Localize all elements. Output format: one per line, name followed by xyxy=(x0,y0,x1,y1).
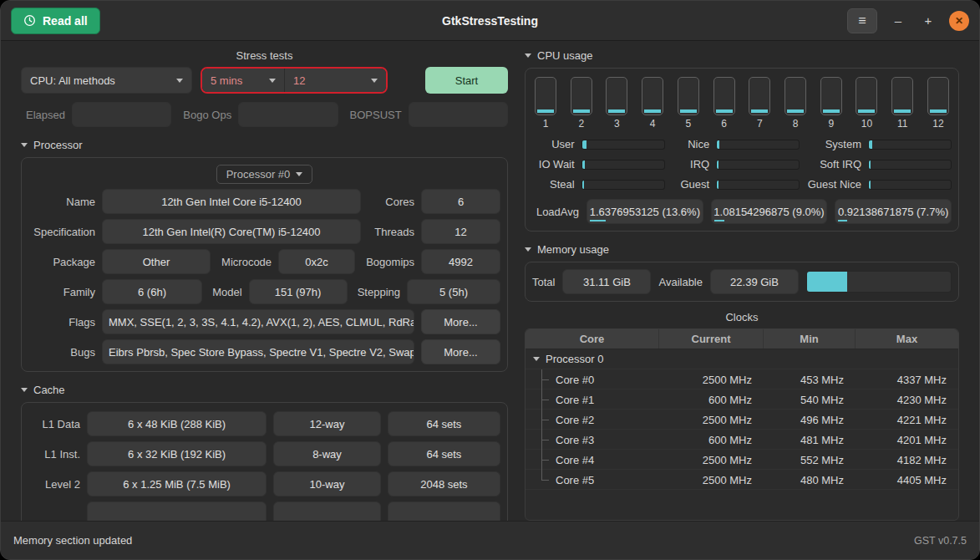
read-all-button[interactable]: Read all xyxy=(11,8,100,34)
bogo-ops-field[interactable] xyxy=(238,102,338,127)
clocks-core-row[interactable]: Core #0 2500 MHz 453 MHz 4337 MHz xyxy=(526,369,958,389)
expander-arrow-icon xyxy=(525,53,531,58)
threads-label: Threads xyxy=(368,226,414,238)
threads-value: 12 xyxy=(454,226,466,238)
core-current: 2500 MHz xyxy=(659,374,764,386)
microcode-field[interactable]: 0x2c xyxy=(278,249,355,274)
clocks-core-row[interactable]: Core #5 2500 MHz 480 MHz 4405 MHz xyxy=(526,470,958,490)
cache-sets-value: 64 sets xyxy=(426,448,461,461)
statusbar: Memory section updated GST v0.7.5 xyxy=(1,521,979,559)
current-column-header[interactable]: Current xyxy=(659,329,764,349)
name-value: 12th Gen Intel Core i5-12400 xyxy=(161,196,302,208)
processor-name-row: Name 12th Gen Intel Core i5-12400 Cores … xyxy=(28,189,500,214)
name-label: Name xyxy=(28,196,95,208)
family-label: Family xyxy=(28,286,95,298)
l1-data-sets-field[interactable]: 64 sets xyxy=(388,411,500,436)
name-field[interactable]: 12th Gen Intel Core i5-12400 xyxy=(102,189,361,214)
specification-field[interactable]: 12th Gen Intel(R) Core(TM) i5-12400 xyxy=(102,219,361,244)
cache-size-value: 6 x 48 KiB (288 KiB) xyxy=(128,418,226,430)
system-levelbar xyxy=(868,140,952,150)
window-title: GtkStressTesting xyxy=(442,14,538,28)
clocks-core-row[interactable]: Core #3 600 MHz 481 MHz 4201 MHz xyxy=(526,430,958,450)
stepping-field[interactable]: 5 (5h) xyxy=(407,279,500,304)
close-button[interactable]: ✕ xyxy=(949,11,969,31)
l1-data-size-field[interactable]: 6 x 48 KiB (288 KiB) xyxy=(87,411,267,436)
elapsed-field[interactable] xyxy=(72,102,171,127)
minimize-button[interactable]: – xyxy=(889,13,907,28)
core-max: 4201 MHz xyxy=(856,434,958,446)
l1-inst-size-field[interactable]: 6 x 32 KiB (192 KiB) xyxy=(87,441,267,466)
level2-ways-field[interactable]: 10-way xyxy=(273,471,381,496)
cache-ways-field[interactable] xyxy=(273,501,381,521)
io-wait-label: IO Wait xyxy=(532,158,575,171)
clocks-group-row[interactable]: Processor 0 xyxy=(526,349,958,369)
stress-workers-value: 12 xyxy=(293,74,364,87)
l1-inst-ways-field[interactable]: 8-way xyxy=(273,441,381,466)
bogomips-field[interactable]: 4992 xyxy=(421,249,500,274)
max-column-header[interactable]: Max xyxy=(856,329,958,349)
bugs-field[interactable]: Eibrs Pbrsb, Spec Store Bypass, Spectre … xyxy=(102,339,414,364)
core-meter-label: 4 xyxy=(642,118,663,130)
family-field[interactable]: 6 (6h) xyxy=(102,279,202,304)
system-label: System xyxy=(806,138,861,150)
cache-sets-value: 64 sets xyxy=(426,418,461,430)
clocks-core-row[interactable]: Core #2 2500 MHz 496 MHz 4221 MHz xyxy=(526,410,958,430)
level2-sets-field[interactable]: 2048 sets xyxy=(388,471,500,496)
loadavg-15min-field[interactable]: 0.92138671875 (7.7%) xyxy=(835,199,952,224)
cache-sets-field[interactable] xyxy=(388,501,500,521)
tree-branch-line xyxy=(533,450,551,470)
bugs-value: Eibrs Pbrsb, Spec Store Bypass, Spectre … xyxy=(109,346,414,359)
nice-levelbar xyxy=(716,140,800,150)
processor-bugs-row: Bugs Eibrs Pbrsb, Spec Store Bypass, Spe… xyxy=(28,339,500,364)
core-meter-label: 2 xyxy=(571,118,592,130)
bogo-ops-label: Bogo Ops xyxy=(178,109,231,121)
cache-expander[interactable]: Cache xyxy=(21,384,508,396)
min-column-header[interactable]: Min xyxy=(764,329,856,349)
cache-row-clipped xyxy=(28,501,500,521)
core-min: 480 MHz xyxy=(764,474,856,486)
bopsust-label: BOPSUST xyxy=(345,109,402,121)
flags-field[interactable]: MMX, SSE(1, 2, 3, 3S, 4.1, 4.2), AVX(1, … xyxy=(102,309,414,334)
core-column-header[interactable]: Core xyxy=(526,329,659,349)
cores-field[interactable]: 6 xyxy=(421,189,500,214)
window-controls: ≡ – + ✕ xyxy=(847,8,969,33)
model-field[interactable]: 151 (97h) xyxy=(249,279,348,304)
guest-nice-label: Guest Nice xyxy=(806,178,861,191)
stress-workers-dropdown[interactable]: 12 xyxy=(284,69,386,92)
package-field[interactable]: Other xyxy=(102,249,211,274)
start-button[interactable]: Start xyxy=(425,67,508,94)
stress-method-dropdown[interactable]: CPU: All methods xyxy=(21,67,192,94)
clocks-core-row[interactable]: Core #4 2500 MHz 552 MHz 4182 MHz xyxy=(526,450,958,470)
processor-expander[interactable]: Processor xyxy=(21,139,508,151)
loadavg-1min-field[interactable]: 1.6376953125 (13.6%) xyxy=(586,199,703,224)
app-window: Read all GtkStressTesting ≡ – + ✕ Stress… xyxy=(0,0,980,560)
l1-inst-sets-field[interactable]: 64 sets xyxy=(388,441,500,466)
stress-duration-dropdown[interactable]: 5 mins xyxy=(202,69,284,92)
maximize-button[interactable]: + xyxy=(919,13,937,28)
bugs-more-button[interactable]: More... xyxy=(421,339,500,364)
cache-panel: L1 Data 6 x 48 KiB (288 KiB) 12-way 64 s… xyxy=(21,402,508,521)
core-meter-label: 6 xyxy=(713,118,735,130)
l1-data-ways-field[interactable]: 12-way xyxy=(273,411,381,436)
cpu-usage-expander[interactable]: CPU usage xyxy=(525,49,959,62)
bopsust-field[interactable] xyxy=(409,102,508,127)
core-current: 2500 MHz xyxy=(659,454,764,466)
level2-size-field[interactable]: 6 x 1.25 MiB (7.5 MiB) xyxy=(87,471,267,496)
processor-selector-dropdown[interactable]: Processor #0 xyxy=(216,165,313,184)
tree-branch-line xyxy=(533,410,551,430)
threads-field[interactable]: 12 xyxy=(421,219,500,244)
cache-size-field[interactable] xyxy=(87,501,267,521)
loadavg-5min-field[interactable]: 1.08154296875 (9.0%) xyxy=(711,199,828,224)
core-max: 4221 MHz xyxy=(856,414,958,426)
memory-usage-expander[interactable]: Memory usage xyxy=(525,243,959,256)
memory-total-field[interactable]: 31.11 GiB xyxy=(562,269,651,294)
loadavg-5min-value: 1.08154296875 (9.0%) xyxy=(713,206,824,218)
clocks-core-row[interactable]: Core #1 600 MHz 540 MHz 4230 MHz xyxy=(526,389,958,410)
core-meter-label: 1 xyxy=(535,118,556,130)
memory-available-field[interactable]: 22.39 GiB xyxy=(710,269,799,294)
flags-more-button[interactable]: More... xyxy=(421,309,500,334)
nice-label: Nice xyxy=(672,138,710,150)
headerbar: Read all GtkStressTesting ≡ – + ✕ xyxy=(1,1,979,41)
menu-button[interactable]: ≡ xyxy=(847,8,877,33)
core-meter-label: 11 xyxy=(891,118,913,130)
